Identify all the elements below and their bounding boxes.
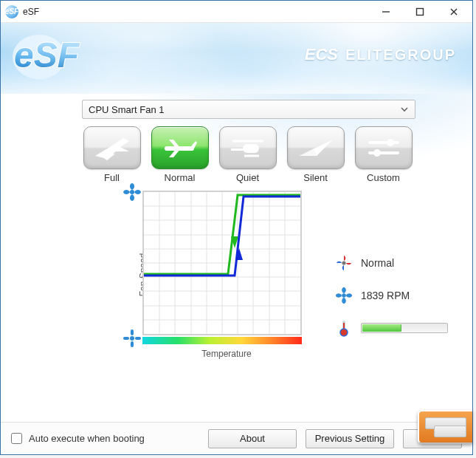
temperature-bar: [361, 323, 448, 333]
mode-custom-button[interactable]: [355, 126, 413, 169]
svg-marker-17: [299, 150, 317, 156]
sliders-icon: [362, 134, 405, 162]
mode-quiet-button[interactable]: [219, 126, 277, 169]
about-button[interactable]: About: [208, 429, 297, 448]
chart-grid: [144, 192, 300, 334]
mode-row: Full Normal: [35, 126, 461, 183]
titlebar: eSF eSF: [1, 1, 472, 23]
svg-rect-1: [417, 8, 424, 15]
app-icon: eSF: [5, 5, 18, 18]
svg-point-46: [342, 261, 345, 264]
fan-rpm-icon: [334, 286, 353, 305]
window-title: eSF: [23, 7, 369, 17]
mode-quiet: Quiet: [219, 126, 277, 183]
airliner-icon: [159, 134, 201, 162]
svg-text:eSF: eSF: [14, 35, 80, 75]
svg-rect-14: [231, 148, 244, 151]
brand-group: ELITEGROUP: [345, 47, 456, 64]
auto-execute-label: Auto execute when booting: [29, 433, 145, 444]
svg-point-23: [130, 336, 134, 341]
jet-icon: [91, 134, 134, 162]
fan-select[interactable]: CPU Smart Fan 1: [82, 100, 415, 119]
temperature-fill: [362, 324, 401, 332]
status-panel: Normal 1839 RPM: [334, 253, 448, 338]
brand: ECS ELITEGROUP: [305, 45, 456, 64]
svg-rect-25: [131, 341, 134, 347]
svg-point-22: [130, 190, 134, 194]
content-area: CPU Smart Fan 1 Full: [1, 94, 472, 422]
helicopter-icon: [227, 134, 269, 162]
mode-normal-button[interactable]: [151, 126, 209, 169]
paperplane-icon: [294, 134, 337, 162]
corner-overlay-widget[interactable]: [418, 410, 472, 444]
mode-full-button[interactable]: [83, 126, 141, 169]
status-rpm: 1839 RPM: [334, 286, 448, 305]
minimize-button[interactable]: [369, 1, 403, 22]
svg-rect-24: [131, 329, 134, 335]
fan-curve-chart[interactable]: [142, 191, 302, 335]
svg-point-19: [387, 139, 394, 146]
close-icon: [449, 7, 458, 16]
mode-normal: Normal: [151, 126, 209, 183]
chart-area: Fan Speed Temperature: [142, 191, 311, 359]
app-window: eSF eSF eSF ECS ELITEGROUP: [0, 0, 473, 455]
svg-rect-26: [123, 337, 129, 340]
brand-ecs: ECS: [305, 45, 338, 64]
svg-point-47: [342, 293, 346, 298]
header-banner: eSF ECS ELITEGROUP: [1, 23, 472, 94]
fan-select-value: CPU Smart Fan 1: [89, 104, 165, 115]
auto-execute-checkbox[interactable]: Auto execute when booting: [5, 431, 199, 446]
mode-label: Quiet: [219, 172, 277, 183]
minimize-icon: [382, 7, 390, 16]
thermometer-icon: [334, 318, 353, 338]
temperature-gradient: [142, 337, 302, 344]
fan-status-icon: [334, 253, 353, 273]
status-temp: [334, 318, 448, 338]
status-mode: Normal: [334, 253, 448, 273]
mode-custom: Custom: [355, 126, 413, 183]
maximize-button[interactable]: [403, 1, 437, 22]
maximize-icon: [415, 7, 424, 16]
window-controls: [369, 1, 471, 22]
mode-full: Full: [83, 126, 141, 183]
mode-silent: Silent: [287, 126, 345, 183]
mode-label: Silent: [287, 172, 345, 183]
svg-marker-16: [299, 140, 333, 156]
mode-silent-button[interactable]: [287, 126, 345, 169]
svg-point-21: [373, 149, 381, 157]
svg-rect-27: [135, 337, 141, 340]
chevron-down-icon: [400, 105, 409, 114]
esf-logo: eSF: [10, 26, 103, 85]
previous-label: Previous Setting: [315, 433, 385, 444]
axis-x-label: Temperature: [142, 349, 311, 359]
fan-high-icon: [122, 182, 142, 202]
previous-setting-button[interactable]: Previous Setting: [306, 429, 394, 448]
svg-rect-13: [243, 144, 259, 153]
auto-execute-input[interactable]: [11, 433, 22, 444]
status-mode-label: Normal: [361, 257, 394, 269]
close-button[interactable]: [437, 1, 471, 22]
fan-low-icon: [122, 328, 142, 349]
mode-label: Normal: [151, 172, 209, 183]
mode-label: Custom: [355, 172, 413, 183]
about-label: About: [240, 433, 265, 444]
status-rpm-label: 1839 RPM: [361, 290, 410, 301]
bottom-bar: Auto execute when booting About Previous…: [1, 422, 472, 454]
